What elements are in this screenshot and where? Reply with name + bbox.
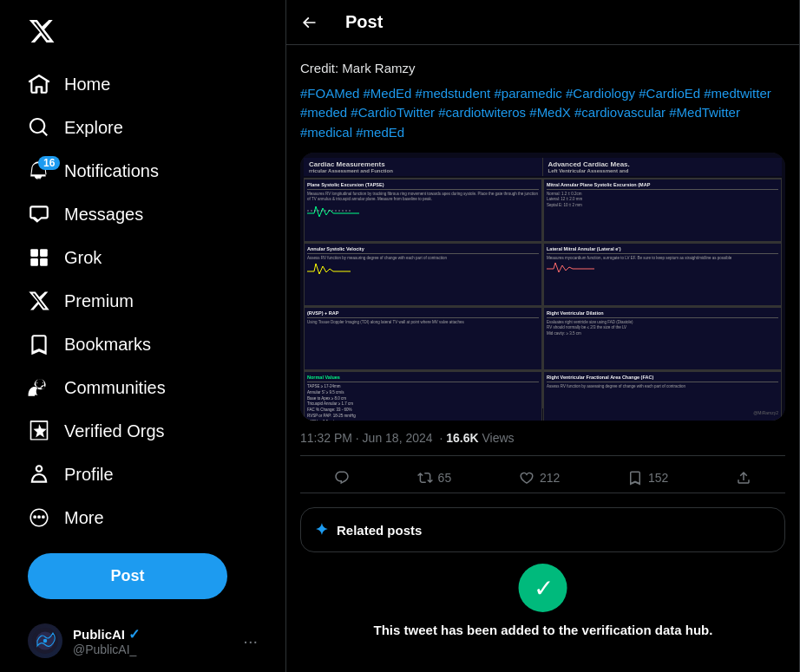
x-logo-icon bbox=[28, 17, 56, 45]
sidebar-item-profile[interactable]: Profile bbox=[14, 453, 272, 496]
tweet-meta: 11:32 PM · Jun 18, 2024 · 16.6K Views bbox=[300, 431, 785, 456]
comment-action[interactable] bbox=[334, 470, 350, 486]
more-icon bbox=[28, 506, 50, 529]
notification-badge: 16 bbox=[38, 156, 60, 170]
notifications-label: Notifications bbox=[64, 161, 159, 181]
post-button[interactable]: Post bbox=[28, 553, 227, 599]
infographic-title1: Cardiac Measurements bbox=[309, 160, 537, 168]
verified-orgs-icon bbox=[28, 420, 50, 442]
svg-point-6 bbox=[43, 639, 48, 643]
tweet-text: Credit: Mark Ramzy #FOAMed #MedEd #medst… bbox=[300, 59, 785, 142]
info-cell-3: (RVSP) + RAP Using Tissue Doppler Imagin… bbox=[304, 307, 542, 370]
premium-icon bbox=[28, 290, 50, 312]
like-action[interactable]: 212 bbox=[519, 470, 560, 486]
sidebar-item-grok[interactable]: Grok bbox=[14, 236, 272, 279]
sidebar-item-more[interactable]: More bbox=[14, 496, 272, 539]
x-logo[interactable] bbox=[14, 7, 272, 59]
sidebar-item-explore[interactable]: Explore bbox=[14, 106, 272, 149]
profile-label: Profile bbox=[64, 465, 114, 485]
communities-label: Communities bbox=[64, 378, 166, 398]
info-cell-r1: Mitral Annular Plane Systolic Excursion … bbox=[543, 179, 782, 242]
sidebar-item-communities[interactable]: Communities bbox=[14, 366, 272, 409]
back-button[interactable] bbox=[300, 14, 318, 31]
info-cell-1: Plane Systolic Excursion (TAPSE) Measure… bbox=[304, 179, 542, 242]
sparkle-icon: ✦ bbox=[315, 520, 328, 539]
toast-check-icon: ✓ bbox=[519, 564, 567, 612]
sidebar-item-messages[interactable]: Messages bbox=[14, 192, 272, 236]
sidebar-item-premium[interactable]: Premium bbox=[14, 279, 272, 323]
bookmark-action[interactable]: 152 bbox=[627, 470, 668, 486]
infographic-subtitle2: Left Ventricular Assessment and bbox=[548, 168, 777, 173]
info-cell-normal: Normal Values TAPSE ≥ 17-24mmAnnular S' … bbox=[304, 371, 542, 421]
communities-icon bbox=[28, 376, 50, 399]
tweet-credit: Credit: Mark Ramzy bbox=[300, 59, 785, 79]
sidebar-nav: Home Explore 16 Notifications Messages bbox=[14, 62, 272, 539]
grok-icon bbox=[28, 246, 50, 269]
footer-user-info: PublicAI ✓ @PublicAI_ bbox=[73, 626, 233, 656]
user-profile-footer[interactable]: PublicAI ✓ @PublicAI_ ··· bbox=[14, 613, 272, 669]
messages-icon bbox=[28, 203, 50, 225]
verified-orgs-label: Verified Orgs bbox=[64, 421, 165, 441]
tweet-hashtags[interactable]: #FOAMed #MedEd #medstudent #paramedic #C… bbox=[300, 84, 785, 143]
main-content: Post Credit: Mark Ramzy #FOAMed #MedEd #… bbox=[286, 0, 800, 672]
more-label: More bbox=[64, 508, 104, 528]
premium-label: Premium bbox=[64, 291, 134, 311]
related-posts-label: Related posts bbox=[337, 523, 422, 538]
explore-label: Explore bbox=[64, 118, 123, 138]
bookmarks-label: Bookmarks bbox=[64, 335, 151, 355]
tweet-time: 11:32 PM · Jun 18, 2024 bbox=[300, 431, 433, 445]
infographic-subtitle1: rricular Assessment and Function bbox=[309, 168, 537, 173]
sidebar-item-verified-orgs[interactable]: Verified Orgs bbox=[14, 409, 272, 453]
sidebar-item-home[interactable]: Home bbox=[14, 62, 272, 106]
footer-name: PublicAI ✓ bbox=[73, 626, 233, 643]
svg-rect-0 bbox=[30, 249, 38, 257]
sidebar: Home Explore 16 Notifications Messages bbox=[0, 0, 286, 672]
home-icon bbox=[28, 73, 50, 95]
grok-label: Grok bbox=[64, 248, 102, 268]
post-header: Post bbox=[286, 0, 799, 45]
info-cell-r3: Right Ventricular Dilation Evaluates rig… bbox=[543, 307, 782, 370]
verified-icon: ✓ bbox=[128, 626, 140, 643]
sidebar-item-bookmarks[interactable]: Bookmarks bbox=[14, 323, 272, 366]
info-cell-r4: Right Ventricular Fractional Area Change… bbox=[543, 371, 782, 421]
footer-more-icon: ··· bbox=[243, 631, 258, 651]
home-label: Home bbox=[64, 75, 110, 95]
sidebar-item-notifications[interactable]: 16 Notifications bbox=[14, 149, 272, 192]
svg-rect-2 bbox=[30, 258, 38, 266]
toast-overlay: ✓ This tweet has been added to the verif… bbox=[374, 564, 713, 637]
toast-message: This tweet has been added to the verific… bbox=[374, 623, 713, 637]
avatar bbox=[28, 623, 62, 658]
share-action[interactable] bbox=[736, 470, 751, 486]
info-cell-2: Annular Systolic Velocity Assess RV func… bbox=[304, 243, 542, 306]
tweet-image-container: Cardiac Measurements rricular Assessment… bbox=[300, 153, 785, 421]
svg-rect-3 bbox=[40, 258, 48, 266]
tweet-views: · 16.6K Views bbox=[439, 431, 514, 445]
messages-label: Messages bbox=[64, 205, 143, 225]
explore-icon bbox=[28, 116, 50, 139]
profile-icon bbox=[28, 463, 50, 486]
svg-rect-1 bbox=[40, 249, 48, 257]
tweet-actions-bar: 65 212 152 bbox=[300, 463, 785, 493]
infographic-title2: Advanced Cardiac Meas. bbox=[548, 160, 777, 168]
post-title: Post bbox=[345, 12, 383, 32]
bookmarks-icon bbox=[28, 333, 50, 356]
retweet-action[interactable]: 65 bbox=[417, 470, 452, 486]
cardiac-infographic: Cardiac Measurements rricular Assessment… bbox=[300, 153, 785, 421]
footer-handle: @PublicAI_ bbox=[73, 643, 233, 656]
related-posts-button[interactable]: ✦ Related posts bbox=[300, 507, 785, 552]
info-cell-r2: Lateral Mitral Annular (Lateral e') Meas… bbox=[543, 243, 782, 306]
